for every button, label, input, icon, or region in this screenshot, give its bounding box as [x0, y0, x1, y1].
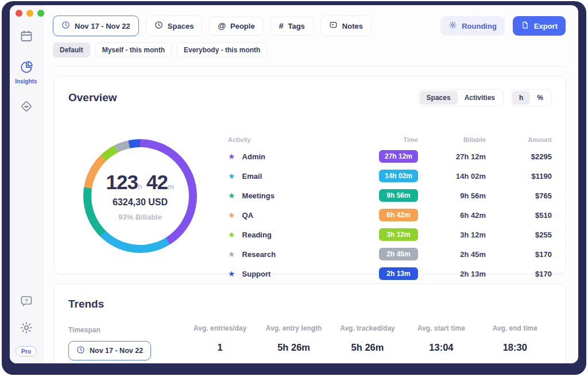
- pie-chart-icon: [20, 60, 33, 76]
- view-toggle: Spaces Activities: [418, 89, 504, 106]
- billable-value: 14h 02m: [418, 172, 486, 181]
- billable-value: 2h 45m: [418, 250, 486, 259]
- billable-value: 2h 13m: [418, 270, 486, 278]
- time-badge: 14h 02m: [379, 170, 418, 182]
- activity-star-icon: ★: [228, 270, 235, 278]
- column-header-time: Time: [355, 136, 418, 143]
- amount-value: $510: [486, 211, 552, 220]
- total-time: 123h42m: [106, 171, 175, 194]
- billable-value: 27h 12m: [418, 152, 486, 161]
- time-badge: 27h 12m: [379, 150, 418, 163]
- metric-start-time: Avg. start time 13:04: [404, 324, 478, 360]
- activity-row[interactable]: ★Meetings 9h 56m 9h 56m $765: [228, 186, 552, 205]
- activity-row[interactable]: ★Admin 27h 12m 27h 12m $2295: [228, 147, 552, 166]
- help-icon: ?: [20, 294, 33, 310]
- date-range-button[interactable]: Nov 17 - Nov 22: [53, 16, 139, 36]
- column-header-amount: Amount: [486, 136, 552, 143]
- time-badge: 9h 56m: [379, 189, 418, 202]
- sidebar-item-settings[interactable]: [20, 321, 33, 337]
- time-badge: 2h 45m: [379, 248, 418, 260]
- activity-star-icon: ★: [228, 250, 235, 258]
- activity-star-icon: ★: [228, 211, 235, 219]
- total-amount: 6324,30 USD: [113, 197, 168, 208]
- traffic-lights: [16, 10, 44, 17]
- time-badge: 3h 12m: [379, 228, 418, 241]
- sidebar-item-label: Insights: [15, 78, 37, 85]
- calendar-icon: [20, 29, 33, 45]
- window-frame: Insights ?: [2, 1, 586, 375]
- sidebar-item-insights[interactable]: Insights: [15, 60, 37, 85]
- metric-end-time: Avg. end time 18:30: [478, 324, 552, 360]
- trends-date-range-button[interactable]: Nov 17 - Nov 22: [68, 341, 151, 360]
- pro-badge[interactable]: Pro: [16, 346, 37, 356]
- at-icon: @: [218, 22, 226, 30]
- main-area: Nov 17 - Nov 22 Spaces @ People: [43, 5, 578, 363]
- activity-row[interactable]: ★QA 6h 42m 6h 42m $510: [228, 205, 552, 225]
- toolbar: Nov 17 - Nov 22 Spaces @ People: [43, 5, 578, 67]
- overview-card: Overview Spaces Activities h %: [54, 76, 566, 274]
- activity-row[interactable]: ★Reading 3h 12m 3h 12m $255: [228, 225, 552, 244]
- amount-value: $170: [486, 270, 552, 278]
- svg-text:?: ?: [25, 297, 28, 304]
- timespan-label: Timespan: [68, 326, 100, 334]
- overview-title: Overview: [68, 91, 117, 104]
- activity-row[interactable]: ★Support 2h 13m 2h 13m $170: [228, 264, 552, 283]
- export-button[interactable]: Export: [513, 16, 566, 36]
- people-button[interactable]: @ People: [209, 17, 263, 36]
- tags-button[interactable]: # Tags: [270, 17, 314, 36]
- close-window-button[interactable]: [16, 10, 22, 17]
- amount-value: $255: [486, 231, 552, 239]
- billable-value: 3h 12m: [418, 231, 486, 239]
- activity-row[interactable]: ★Email 14h 02m 14h 02m $1190: [228, 166, 552, 186]
- activity-star-icon: ★: [228, 172, 235, 180]
- clock-icon: [154, 21, 163, 31]
- chip-default[interactable]: Default: [53, 43, 90, 57]
- toggle-activities[interactable]: Activities: [458, 91, 502, 105]
- sidebar: Insights ?: [10, 5, 43, 363]
- content: Overview Spaces Activities h %: [43, 67, 578, 363]
- column-header-billable: Billable: [418, 136, 486, 143]
- amount-value: $2295: [486, 152, 552, 161]
- rounding-button[interactable]: Rounding: [440, 16, 505, 36]
- billable-percent: 93% Billable: [118, 213, 162, 221]
- chip-everybody-this-month[interactable]: Everybody - this month: [177, 43, 267, 57]
- toggle-hours[interactable]: h: [512, 91, 530, 105]
- activity-star-icon: ★: [228, 152, 235, 160]
- unit-toggle: h %: [510, 89, 552, 106]
- sidebar-item-help[interactable]: ?: [20, 294, 33, 310]
- document-icon: [521, 21, 529, 31]
- billable-value: 9h 56m: [418, 191, 486, 200]
- amount-value: $1190: [486, 172, 552, 181]
- filter-chips: Default Myself - this month Everybody - …: [53, 43, 566, 57]
- activities-table: Activity Time Billable Amount ★Admin 27h…: [228, 109, 552, 283]
- activity-star-icon: ★: [228, 191, 235, 199]
- hash-icon: #: [279, 22, 284, 30]
- diamond-tag-icon: [20, 99, 33, 116]
- billable-value: 6h 42m: [418, 211, 486, 220]
- sidebar-item-calendar[interactable]: [20, 29, 33, 45]
- comment-icon: [329, 21, 338, 31]
- activity-row[interactable]: ★Research 2h 45m 2h 45m $170: [228, 244, 552, 264]
- spaces-button[interactable]: Spaces: [146, 16, 203, 36]
- clock-icon: [61, 21, 70, 31]
- sidebar-item-tags[interactable]: [20, 99, 33, 116]
- chip-myself-this-month[interactable]: Myself - this month: [95, 43, 172, 57]
- toggle-percent[interactable]: %: [530, 91, 550, 105]
- metric-entry-length: Avg. entry length 5h 26m: [257, 324, 330, 360]
- time-badge: 2h 13m: [379, 267, 418, 280]
- notes-button[interactable]: Notes: [320, 16, 372, 36]
- gear-icon: [20, 321, 33, 337]
- time-badge: 6h 42m: [379, 209, 418, 221]
- column-header-activity: Activity: [228, 136, 355, 143]
- metric-entries-per-day: Avg. entries/day 1: [183, 324, 257, 360]
- trends-card: Trends Timespan Nov 17 - Nov 22: [54, 283, 566, 363]
- amount-value: $170: [486, 250, 552, 259]
- minimize-window-button[interactable]: [26, 10, 33, 17]
- activity-star-icon: ★: [228, 231, 235, 239]
- donut-chart: 123h42m 6324,30 USD 93% Billable: [83, 139, 197, 253]
- trends-title: Trends: [68, 298, 552, 310]
- gear-icon: [448, 21, 457, 31]
- metric-tracked-per-day: Avg. tracked/day 5h 26m: [331, 324, 404, 360]
- toggle-spaces[interactable]: Spaces: [420, 91, 458, 105]
- amount-value: $765: [486, 191, 552, 200]
